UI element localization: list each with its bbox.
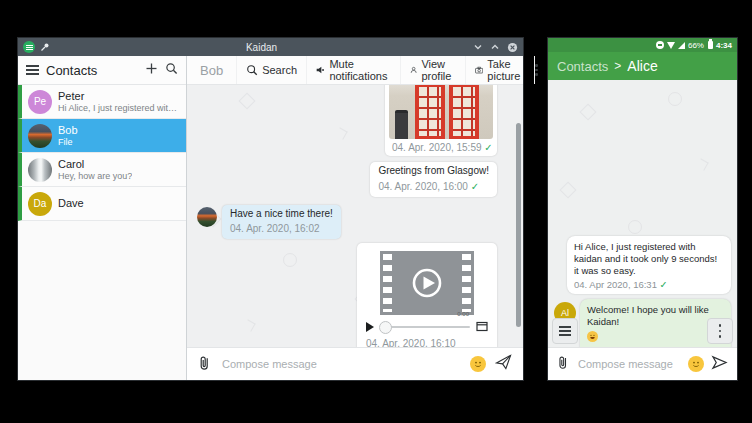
kaidan-app-icon bbox=[23, 41, 35, 53]
avatar bbox=[197, 207, 217, 227]
chat-menu-button[interactable] bbox=[534, 56, 538, 84]
contacts-toolbar: Contacts bbox=[18, 56, 186, 85]
close-button[interactable] bbox=[507, 42, 518, 53]
clock-text: 4:34 bbox=[716, 41, 732, 50]
contact-list: Pe Peter Hi Alice, I just registered wit… bbox=[18, 85, 186, 380]
chat-title: Alice bbox=[627, 58, 657, 74]
message-area: 04. Apr. 2020, 15:59 ✓ Greetings from Gl… bbox=[187, 85, 523, 347]
phone-booth-photo bbox=[389, 85, 493, 139]
message-text: Have a nice time there! bbox=[230, 208, 333, 221]
message-timestamp: 04. Apr. 2020, 15:59 ✓ bbox=[389, 139, 493, 155]
chevron-right-icon: > bbox=[614, 59, 621, 73]
contact-name: Peter bbox=[58, 90, 182, 103]
contacts-panel: Contacts Pe Peter Hi Alice, I just regis… bbox=[18, 56, 187, 380]
avatar bbox=[28, 158, 52, 182]
chat-pane: Bob Search Mute notifications View profi… bbox=[187, 56, 523, 380]
contact-row-bob[interactable]: Bob File bbox=[18, 119, 186, 153]
mobile-message-area: Hi Alice, I just registered with kaidan … bbox=[548, 80, 737, 347]
video-message-bubble[interactable]: 0:00 04. Apr. 2020, 16:10 bbox=[357, 243, 497, 347]
send-button[interactable] bbox=[495, 354, 512, 374]
mobile-status-bar: 66% 4:34 bbox=[548, 38, 737, 52]
view-profile-label: View profile bbox=[421, 58, 456, 82]
kaidan-mobile-window: 66% 4:34 Contacts > Alice Hi Alice, I ju… bbox=[548, 38, 737, 380]
contact-name: Bob bbox=[58, 124, 78, 137]
drawer-handle-button[interactable] bbox=[552, 318, 578, 344]
contact-preview: File bbox=[58, 137, 78, 148]
message-text: Greetings from Glasgow! bbox=[378, 165, 489, 178]
kebab-menu-icon bbox=[719, 324, 722, 338]
video-thumbnail[interactable] bbox=[380, 251, 474, 315]
fullscreen-button[interactable] bbox=[476, 318, 488, 336]
incoming-message-bubble[interactable]: Have a nice time there! 04. Apr. 2020, 1… bbox=[222, 205, 341, 240]
outgoing-message-bubble[interactable]: Greetings from Glasgow! 04. Apr. 2020, 1… bbox=[370, 162, 497, 197]
delivered-check-icon: ✓ bbox=[471, 181, 479, 192]
chat-title: Bob bbox=[187, 56, 236, 84]
contact-row-carol[interactable]: Carol Hey, how are you? bbox=[18, 153, 186, 187]
slider-knob[interactable] bbox=[379, 321, 392, 334]
take-picture-label: Take picture bbox=[487, 58, 525, 82]
timestamp-text: 04. Apr 2020, 16:31 bbox=[574, 279, 657, 290]
phone-booth-shape bbox=[449, 85, 479, 139]
grinning-emoji-icon bbox=[587, 331, 598, 342]
contact-row-dave[interactable]: Da Dave bbox=[18, 187, 186, 221]
window-title: Kaidan bbox=[55, 42, 468, 53]
take-picture-button[interactable]: Take picture bbox=[465, 56, 534, 84]
window-titlebar: Kaidan bbox=[18, 38, 523, 56]
screen: Kaidan Contacts bbox=[0, 0, 752, 423]
video-controls: 0:00 bbox=[365, 319, 489, 335]
compose-bar bbox=[187, 347, 523, 380]
maximize-button[interactable] bbox=[490, 43, 500, 51]
search-label: Search bbox=[262, 64, 297, 76]
send-button[interactable] bbox=[711, 355, 728, 374]
avatar: Da bbox=[28, 192, 52, 216]
delivered-check-icon: ✓ bbox=[484, 142, 492, 153]
avatar: Pe bbox=[28, 90, 52, 114]
add-contact-button[interactable] bbox=[145, 61, 158, 79]
incoming-message-row: Al Welcome! I hope you will like Kaidan!… bbox=[554, 299, 731, 347]
photo-message-bubble[interactable]: 04. Apr. 2020, 15:59 ✓ bbox=[385, 85, 497, 156]
breadcrumb-contacts[interactable]: Contacts bbox=[557, 59, 608, 74]
minimize-button[interactable] bbox=[473, 43, 483, 51]
menu-icon[interactable] bbox=[26, 65, 39, 75]
timestamp-text: 04. Apr. 2020, 15:59 bbox=[392, 142, 482, 153]
contact-name: Dave bbox=[58, 197, 84, 210]
contact-preview: Hi Alice, I just registered with kaidan.… bbox=[58, 103, 182, 114]
search-button[interactable]: Search bbox=[236, 56, 306, 84]
mute-notifications-button[interactable]: Mute notifications bbox=[306, 56, 400, 84]
battery-percent: 66% bbox=[688, 41, 704, 50]
do-not-disturb-icon bbox=[656, 41, 664, 49]
message-timestamp: 04. Apr. 2020, 16:10 bbox=[365, 335, 489, 347]
attach-file-button[interactable] bbox=[198, 354, 211, 375]
attach-file-button[interactable] bbox=[557, 354, 569, 374]
contacts-panel-title: Contacts bbox=[46, 63, 138, 78]
contact-name: Carol bbox=[58, 158, 132, 171]
video-play-button[interactable] bbox=[366, 322, 374, 332]
phone-booth-shape bbox=[415, 85, 445, 139]
chat-menu-button[interactable] bbox=[707, 318, 733, 344]
compose-message-input[interactable] bbox=[576, 357, 681, 371]
timestamp-text: 04. Apr. 2020, 16:00 bbox=[378, 181, 468, 192]
avatar bbox=[28, 124, 52, 148]
compose-bar bbox=[548, 347, 737, 380]
menu-icon bbox=[559, 326, 571, 336]
battery-icon bbox=[708, 41, 713, 49]
mute-label: Mute notifications bbox=[329, 58, 391, 82]
outgoing-message-bubble[interactable]: Hi Alice, I just registered with kaidan … bbox=[567, 236, 731, 294]
message-text: Hi Alice, I just registered with kaidan … bbox=[574, 241, 724, 277]
bin-shape bbox=[395, 110, 408, 139]
emoji-button[interactable] bbox=[470, 356, 486, 372]
search-contacts-button[interactable] bbox=[165, 61, 178, 79]
compose-message-input[interactable] bbox=[220, 357, 461, 371]
contact-row-peter[interactable]: Pe Peter Hi Alice, I just registered wit… bbox=[18, 85, 186, 119]
chat-scrollbar[interactable] bbox=[516, 123, 521, 327]
kaidan-desktop-window: Kaidan Contacts bbox=[18, 38, 523, 380]
delivered-check-icon: ✓ bbox=[660, 279, 668, 290]
timestamp-text: 04. Apr. 2020, 16:02 bbox=[230, 223, 320, 234]
incoming-message-row: Have a nice time there! 04. Apr. 2020, 1… bbox=[197, 205, 341, 240]
video-seek-slider[interactable] bbox=[380, 326, 470, 328]
contact-preview: Hey, how are you? bbox=[58, 171, 132, 182]
mobile-app-bar: Contacts > Alice bbox=[548, 52, 737, 80]
view-profile-button[interactable]: View profile bbox=[400, 56, 465, 84]
pin-icon[interactable] bbox=[40, 42, 50, 52]
emoji-button[interactable] bbox=[688, 356, 704, 372]
